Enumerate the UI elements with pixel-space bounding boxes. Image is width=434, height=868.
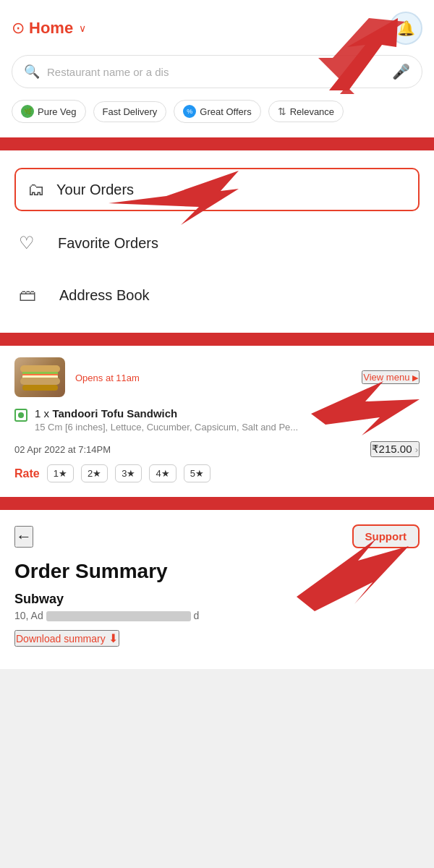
restaurant-thumbnail — [14, 357, 65, 397]
star-2-label: 2★ — [88, 468, 101, 479]
address-blur — [46, 611, 191, 621]
star-5-label: 5★ — [190, 468, 204, 479]
chevron-down-icon: ∨ — [79, 22, 86, 34]
offers-icon: % — [183, 105, 196, 118]
veg-dot-inner — [18, 412, 24, 418]
order-card-section: Opens at 11am View menu ▶ 1 x Tandoori T… — [0, 346, 434, 497]
notification-button[interactable]: 🔔 — [389, 12, 422, 45]
search-bar[interactable]: 🔍 Restaurant name or a dis 🎤 — [12, 55, 422, 88]
restaurant-row: Opens at 11am View menu ▶ — [14, 357, 420, 397]
location-pin-icon: ⊙ — [12, 19, 25, 38]
order-date: 02 Apr 2022 at 7:14PM — [14, 444, 111, 455]
favorite-orders-label: Favorite Orders — [58, 235, 158, 252]
star-1-button[interactable]: 1★ — [47, 464, 74, 482]
order-item-details: 1 x Tandoori Tofu Sandwich 15 Cm [6 inch… — [35, 407, 420, 433]
svg-rect-4 — [20, 365, 60, 373]
veg-icon: 🌿 — [21, 105, 34, 118]
favorite-orders-item[interactable]: ♡ Favorite Orders — [14, 223, 420, 263]
order-summary-title: Order Summary — [14, 560, 420, 583]
download-icon: ⬇ — [109, 631, 118, 645]
divider-3 — [0, 497, 434, 510]
order-item-name: Tandoori Tofu Sandwich — [52, 407, 177, 420]
your-orders-label: Your Orders — [56, 182, 134, 198]
relevance-chip[interactable]: ⇅ Relevance — [268, 101, 344, 122]
address-suffix: d — [193, 610, 199, 621]
sandwich-svg — [17, 359, 64, 396]
price-chevron-icon: › — [415, 444, 418, 455]
back-icon: ← — [16, 527, 32, 545]
star-3-label: 3★ — [122, 468, 135, 479]
star-4-button[interactable]: 4★ — [149, 464, 176, 482]
view-menu-label: View menu — [363, 372, 409, 383]
bell-icon: 🔔 — [397, 20, 415, 37]
summary-restaurant-address: 10, Ad d — [14, 610, 420, 621]
summary-restaurant-name: Subway — [14, 592, 420, 607]
star-4-label: 4★ — [156, 468, 169, 479]
mic-icon[interactable]: 🎤 — [392, 63, 410, 80]
fast-delivery-label: Fast Delivery — [103, 106, 158, 117]
pure-veg-label: Pure Veg — [38, 106, 77, 117]
order-item-desc: 15 Cm [6 inches], Lettuce, Cucumber, Cap… — [35, 422, 420, 433]
address-prefix: 10, Ad — [14, 610, 43, 621]
sort-icon: ⇅ — [278, 106, 286, 117]
support-button[interactable]: Support — [352, 524, 420, 548]
divider-2 — [0, 333, 434, 346]
summary-header: ← Support — [14, 524, 420, 548]
pure-veg-chip[interactable]: 🌿 Pure Veg — [12, 100, 86, 123]
fast-delivery-chip[interactable]: Fast Delivery — [93, 101, 167, 122]
divider-1 — [0, 137, 434, 150]
veg-indicator — [14, 409, 27, 422]
your-orders-item[interactable]: 🗂 Your Orders — [14, 168, 420, 211]
favorite-icon: ♡ — [19, 233, 35, 253]
rate-row: Rate 1★ 2★ 3★ 4★ 5★ — [14, 464, 420, 482]
svg-rect-8 — [20, 378, 60, 385]
download-summary-button[interactable]: Download summary ⬇ — [14, 630, 119, 647]
order-summary-section: ← Support Order Summary Subway 10, Ad d … — [0, 510, 434, 669]
menu-section: 🗂 Your Orders ♡ Favorite Orders 🗃 Addres… — [0, 150, 434, 333]
view-menu-button[interactable]: View menu ▶ — [362, 370, 420, 384]
star-5-button[interactable]: 5★ — [184, 464, 210, 482]
svg-rect-9 — [22, 385, 58, 391]
filter-chips-row: 🌿 Pure Veg Fast Delivery % Great Offers … — [12, 100, 422, 123]
address-icon: 🗃 — [19, 285, 36, 305]
order-item-name-row: 1 x Tandoori Tofu Sandwich — [35, 407, 420, 420]
home-label: Home — [29, 19, 73, 38]
view-menu-arrow-icon: ▶ — [412, 373, 418, 382]
location-area[interactable]: ⊙ Home ∨ — [12, 19, 86, 38]
address-book-item[interactable]: 🗃 Address Book — [14, 275, 420, 315]
great-offers-label: Great Offers — [200, 106, 251, 117]
star-3-button[interactable]: 3★ — [115, 464, 142, 482]
rate-label: Rate — [14, 467, 40, 480]
opens-label: Opens at 11am — [75, 373, 140, 383]
search-icon: 🔍 — [24, 64, 40, 80]
restaurant-info: Opens at 11am — [75, 371, 352, 384]
order-price-button[interactable]: ₹215.00 › — [370, 441, 420, 457]
header-row: ⊙ Home ∨ 🔔 — [12, 12, 422, 45]
orders-icon: 🗂 — [27, 179, 45, 200]
address-book-label: Address Book — [59, 287, 150, 304]
download-label: Download summary — [16, 633, 106, 644]
support-label: Support — [365, 530, 407, 542]
order-price-label: ₹215.00 — [372, 443, 412, 455]
relevance-label: Relevance — [290, 106, 334, 117]
order-item-row: 1 x Tandoori Tofu Sandwich 15 Cm [6 inch… — [14, 407, 420, 433]
great-offers-chip[interactable]: % Great Offers — [174, 100, 260, 123]
home-search-section: ⊙ Home ∨ 🔔 🔍 Restaurant name or a dis 🎤 … — [0, 0, 434, 137]
order-meta-row: 02 Apr 2022 at 7:14PM ₹215.00 › — [14, 441, 420, 457]
back-button[interactable]: ← — [14, 526, 33, 548]
star-2-button[interactable]: 2★ — [81, 464, 108, 482]
star-1-label: 1★ — [54, 468, 67, 479]
search-blur — [263, 56, 378, 88]
order-qty: 1 x — [35, 407, 49, 420]
